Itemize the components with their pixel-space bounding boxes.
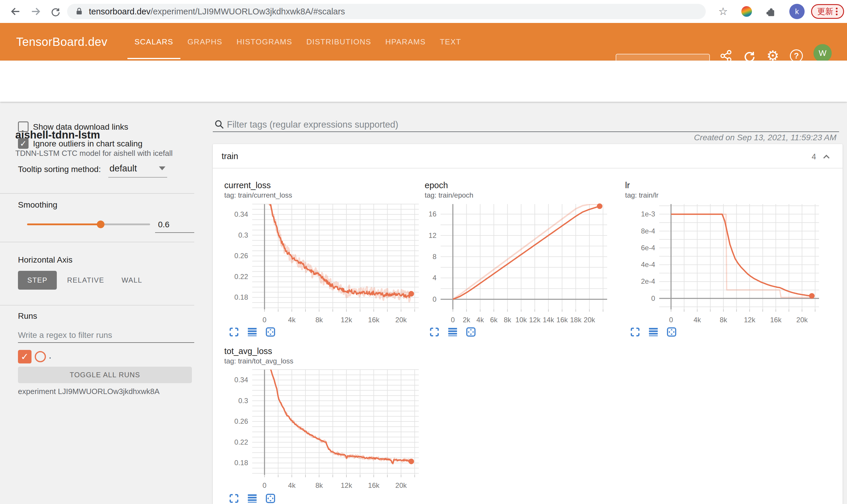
tab-distributions[interactable]: DISTRIBUTIONS xyxy=(299,23,378,60)
svg-text:8k: 8k xyxy=(315,316,323,324)
experiment-id-label: experiment LJI9MWUORLOw3jkdhxwk8A xyxy=(18,387,159,396)
forward-icon[interactable] xyxy=(28,4,43,19)
run-checkbox[interactable]: ✓ xyxy=(18,350,32,363)
chart-lr[interactable]: 02e-44e-46e-48e-41e-304k8k12k16k20k xyxy=(630,202,828,326)
chart-title: tot_avg_loss xyxy=(224,346,272,356)
data-lines-icon[interactable] xyxy=(247,493,257,503)
chart-toolbar xyxy=(229,327,275,337)
chart-toolbar xyxy=(229,493,275,503)
svg-text:4k: 4k xyxy=(288,316,296,324)
fit-domain-icon[interactable] xyxy=(667,327,677,337)
svg-text:0.3: 0.3 xyxy=(238,231,248,239)
kebab-menu-icon xyxy=(835,7,838,16)
back-icon[interactable] xyxy=(8,4,23,19)
tag-group-count: 4 xyxy=(812,152,816,161)
extensions-puzzle-icon[interactable] xyxy=(763,4,778,19)
svg-text:20k: 20k xyxy=(395,316,407,324)
fit-domain-icon[interactable] xyxy=(466,327,476,337)
smoothing-slider-knob[interactable] xyxy=(97,220,104,228)
address-bar[interactable]: tensorboard.dev/experiment/LJI9MWUORLOw3… xyxy=(67,4,706,19)
browser-update-menu[interactable]: 更新 xyxy=(811,4,844,19)
svg-text:6k: 6k xyxy=(490,316,498,324)
bookmark-star-icon[interactable]: ☆ xyxy=(716,4,730,19)
svg-text:14k: 14k xyxy=(543,316,554,324)
smoothing-slider-track-filled[interactable] xyxy=(27,223,100,225)
svg-text:8: 8 xyxy=(433,253,436,260)
show-download-links-label: Show data download links xyxy=(33,122,128,132)
axis-wall-button[interactable]: WALL xyxy=(122,271,142,290)
url-text: tensorboard.dev/experiment/LJI9MWUORLOw3… xyxy=(89,7,345,16)
filter-tags-input[interactable]: Filter tags (regular expressions support… xyxy=(227,120,398,130)
smoothing-value-input[interactable]: 0.6 xyxy=(158,220,170,229)
tab-scalars[interactable]: SCALARS xyxy=(127,23,180,60)
chart-tag: tag: train/tot_avg_loss xyxy=(224,357,293,365)
tab-graphs[interactable]: GRAPHS xyxy=(180,23,229,60)
svg-text:0: 0 xyxy=(651,294,655,302)
expand-chart-icon[interactable] xyxy=(630,327,640,337)
chart-title: current_loss xyxy=(224,181,271,190)
svg-text:12: 12 xyxy=(429,231,436,239)
chart-tag: tag: train/epoch xyxy=(425,191,473,199)
svg-text:2e-4: 2e-4 xyxy=(641,277,655,285)
tab-histograms[interactable]: HISTOGRAMS xyxy=(229,23,299,60)
axis-step-button[interactable]: STEP xyxy=(18,271,57,290)
expand-chart-icon[interactable] xyxy=(229,327,239,337)
expand-chart-icon[interactable] xyxy=(429,327,439,337)
data-lines-icon[interactable] xyxy=(649,327,658,337)
svg-text:12k: 12k xyxy=(341,316,352,324)
svg-text:16k: 16k xyxy=(770,316,782,324)
tag-group-name: train xyxy=(222,151,238,161)
svg-text:0.26: 0.26 xyxy=(234,417,248,425)
tab-text[interactable]: TEXT xyxy=(433,23,468,60)
svg-text:0.26: 0.26 xyxy=(234,252,248,260)
ignore-outliers-label: Ignore outliers in chart scaling xyxy=(33,139,142,148)
chart-toolbar xyxy=(429,327,476,337)
svg-text:8e-4: 8e-4 xyxy=(641,227,655,235)
svg-text:16k: 16k xyxy=(368,481,380,489)
svg-text:12k: 12k xyxy=(341,481,352,489)
tab-hparams[interactable]: HPARAMS xyxy=(378,23,433,60)
svg-text:8k: 8k xyxy=(315,481,323,489)
svg-text:4k: 4k xyxy=(477,316,484,324)
run-color-swatch[interactable] xyxy=(35,351,46,362)
experiment-description: TDNN-LSTM CTC model for aishell with ice… xyxy=(15,149,173,158)
chart-title: epoch xyxy=(425,181,448,190)
show-download-links-checkbox[interactable] xyxy=(18,122,29,132)
svg-text:6e-4: 6e-4 xyxy=(641,244,655,252)
sidebar-divider xyxy=(0,305,194,306)
expand-chart-icon[interactable] xyxy=(229,493,239,503)
chevron-up-icon[interactable] xyxy=(822,152,831,162)
tooltip-sorting-underline xyxy=(108,177,167,178)
svg-text:16k: 16k xyxy=(368,316,380,324)
axis-relative-button[interactable]: RELATIVE xyxy=(67,271,104,290)
chart-epoch[interactable]: 048121602k4k6k8k10k12k14k16k18k20k xyxy=(411,202,616,326)
svg-text:0: 0 xyxy=(451,316,455,324)
chart-current-loss[interactable]: 0.180.220.260.30.3404k8k12k16k20k xyxy=(223,202,428,326)
nav-tabs: SCALARS GRAPHS HISTOGRAMS DISTRIBUTIONS … xyxy=(127,23,468,60)
browser-profile-avatar[interactable]: k xyxy=(789,4,805,19)
runs-filter-input[interactable]: Write a regex to filter runs xyxy=(18,330,112,340)
tag-group-header[interactable] xyxy=(213,144,843,168)
extension-colorful-icon[interactable] xyxy=(739,4,754,19)
created-timestamp: Created on Sep 13, 2021, 11:59:23 AM xyxy=(694,133,836,142)
chart-tag: tag: train/current_loss xyxy=(224,191,292,199)
browser-toolbar: tensorboard.dev/experiment/LJI9MWUORLOw3… xyxy=(0,0,847,23)
svg-text:4k: 4k xyxy=(693,316,701,324)
app-logo[interactable]: TensorBoard.dev xyxy=(16,23,107,60)
toggle-all-runs-button[interactable]: TOGGLE ALL RUNS xyxy=(18,367,192,383)
ignore-outliers-checkbox[interactable]: ✓ xyxy=(18,138,29,149)
data-lines-icon[interactable] xyxy=(448,327,457,337)
app-header: TensorBoard.dev SCALARS GRAPHS HISTOGRAM… xyxy=(0,23,847,60)
tooltip-sorting-select[interactable]: default xyxy=(109,163,137,174)
smoothing-slider-track[interactable] xyxy=(100,223,150,225)
svg-text:8k: 8k xyxy=(720,316,727,324)
user-avatar[interactable]: W xyxy=(813,44,832,62)
fit-domain-icon[interactable] xyxy=(265,327,275,337)
fit-domain-icon[interactable] xyxy=(265,493,275,503)
svg-text:20k: 20k xyxy=(796,316,808,324)
refresh-page-icon[interactable] xyxy=(48,4,63,19)
chart-tot-avg-loss[interactable]: 0.180.220.260.30.3404k8k12k16k20k xyxy=(223,367,428,491)
svg-text:0.34: 0.34 xyxy=(234,376,248,384)
tooltip-sorting-label: Tooltip sorting method: xyxy=(18,165,101,174)
data-lines-icon[interactable] xyxy=(247,327,257,337)
